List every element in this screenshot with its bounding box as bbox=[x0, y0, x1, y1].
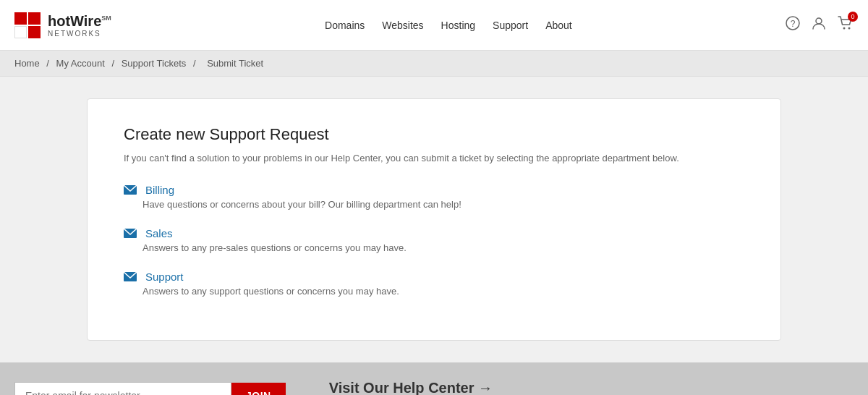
cart-badge: 0 bbox=[848, 12, 858, 22]
logo-text: hotWireSM NETWORKS bbox=[48, 12, 111, 38]
brand-sup: SM bbox=[101, 14, 111, 22]
nav-about[interactable]: About bbox=[545, 20, 572, 31]
logo-sq-1 bbox=[14, 12, 27, 25]
help-center-area: Visit Our Help Center → Lorem ipsum dolo… bbox=[329, 380, 854, 395]
header: hotWireSM NETWORKS Domains Websites Host… bbox=[0, 0, 868, 51]
svg-point-3 bbox=[843, 27, 845, 30]
breadcrumb-home[interactable]: Home bbox=[14, 58, 40, 69]
nav-hosting[interactable]: Hosting bbox=[441, 20, 475, 31]
account-icon-button[interactable] bbox=[812, 16, 826, 34]
main-nav: Domains Websites Hosting Support About bbox=[325, 20, 572, 31]
svg-point-2 bbox=[816, 18, 822, 24]
help-center-title: Visit Our Help Center → bbox=[329, 380, 854, 395]
card-subtitle: If you can't find a solution to your pro… bbox=[124, 153, 744, 163]
breadcrumb-my-account[interactable]: My Account bbox=[56, 58, 105, 69]
card-title: Create new Support Request bbox=[124, 125, 744, 144]
brand-name: hotWireSM bbox=[48, 12, 111, 30]
newsletter-area: JOIN bbox=[14, 382, 286, 395]
user-icon bbox=[812, 16, 826, 30]
dept-support-link[interactable]: Support bbox=[124, 271, 744, 283]
dept-support-desc: Answers to any support questions or conc… bbox=[142, 286, 744, 297]
dept-billing-link[interactable]: Billing bbox=[124, 184, 744, 196]
header-icons: ? 0 bbox=[786, 16, 854, 34]
help-icon-button[interactable]: ? bbox=[786, 16, 800, 34]
logo-icon bbox=[14, 12, 41, 38]
support-email-icon bbox=[124, 272, 137, 281]
svg-point-4 bbox=[848, 27, 850, 30]
breadcrumb: Home / My Account / Support Tickets / Su… bbox=[0, 51, 868, 77]
logo-sq-3 bbox=[14, 26, 27, 38]
dept-billing: Billing Have questions or concerns about… bbox=[124, 184, 744, 210]
dept-billing-desc: Have questions or concerns about your bi… bbox=[142, 199, 744, 210]
cart-icon-button[interactable]: 0 bbox=[838, 16, 854, 34]
nav-support[interactable]: Support bbox=[493, 20, 528, 31]
svg-text:?: ? bbox=[791, 19, 796, 29]
breadcrumb-support-tickets[interactable]: Support Tickets bbox=[122, 58, 187, 69]
breadcrumb-sep-2: / bbox=[111, 58, 114, 69]
brand-part1: hot bbox=[48, 13, 70, 29]
nav-websites[interactable]: Websites bbox=[382, 20, 423, 31]
brand-sub: NETWORKS bbox=[48, 30, 111, 38]
dept-sales-label: Sales bbox=[145, 227, 173, 239]
dept-sales: Sales Answers to any pre-sales questions… bbox=[124, 227, 744, 253]
dept-sales-desc: Answers to any pre-sales questions or co… bbox=[142, 242, 744, 253]
join-button[interactable]: JOIN bbox=[231, 383, 286, 395]
dept-billing-label: Billing bbox=[145, 184, 174, 196]
logo-sq-2 bbox=[28, 12, 41, 25]
question-icon: ? bbox=[786, 16, 800, 30]
logo-sq-4 bbox=[28, 26, 41, 38]
dept-support-label: Support bbox=[145, 271, 184, 283]
breadcrumb-sep-3: / bbox=[193, 58, 196, 69]
logo-area: hotWireSM NETWORKS bbox=[14, 12, 111, 38]
breadcrumb-current: Submit Ticket bbox=[207, 58, 263, 69]
footer: JOIN Visit Our Help Center → Lorem ipsum… bbox=[0, 362, 868, 395]
main-content: Create new Support Request If you can't … bbox=[0, 77, 868, 362]
billing-email-icon bbox=[124, 185, 137, 195]
brand-part2: Wire bbox=[70, 13, 101, 29]
sales-email-icon bbox=[124, 229, 137, 238]
breadcrumb-sep-1: / bbox=[46, 58, 49, 69]
newsletter-input[interactable] bbox=[14, 382, 231, 395]
dept-support: Support Answers to any support questions… bbox=[124, 271, 744, 297]
dept-sales-link[interactable]: Sales bbox=[124, 227, 744, 239]
nav-domains[interactable]: Domains bbox=[325, 20, 365, 31]
support-request-card: Create new Support Request If you can't … bbox=[87, 98, 781, 341]
